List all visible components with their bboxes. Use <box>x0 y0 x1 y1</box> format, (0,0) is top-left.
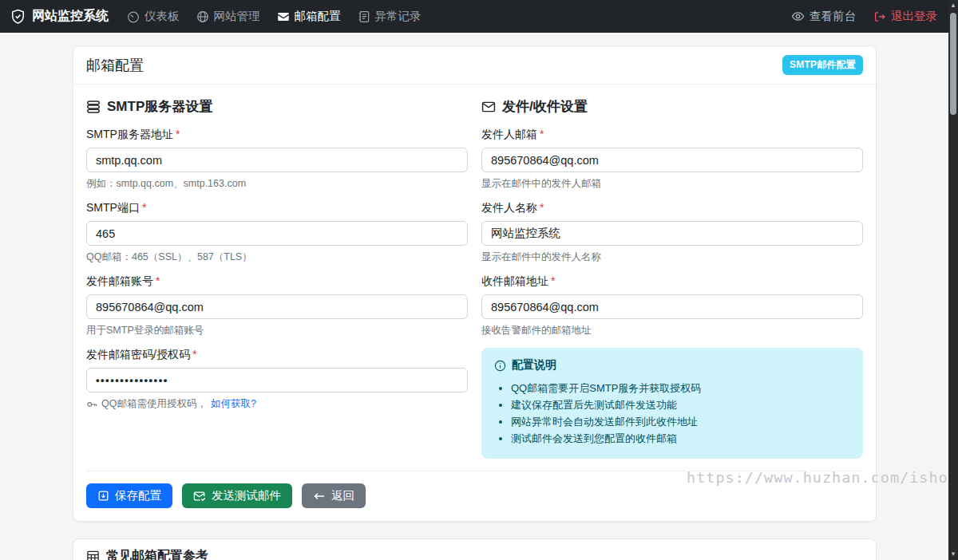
window-scrollbar[interactable]: ▲ ▼ <box>948 0 958 560</box>
from-name-input[interactable] <box>481 221 863 246</box>
field-smtp-port: SMTP端口* QQ邮箱：465（SSL）、587（TLS） <box>86 201 468 264</box>
logout-icon <box>873 10 886 23</box>
required-asterisk: * <box>176 128 180 140</box>
config-notes-alert: 配置说明 QQ邮箱需要开启SMTP服务并获取授权码 建议保存配置后先测试邮件发送… <box>481 348 863 459</box>
back-button[interactable]: 返回 <box>302 483 366 508</box>
nav-item-label: 邮箱配置 <box>295 9 341 24</box>
config-note: 建议保存配置后先测试邮件发送功能 <box>511 396 850 413</box>
required-asterisk: * <box>142 201 146 214</box>
field-helper: 接收告警邮件的邮箱地址 <box>481 324 863 337</box>
to-email-input[interactable] <box>481 294 863 319</box>
field-label: SMTP服务器地址* <box>86 128 468 142</box>
field-helper: 显示在邮件中的发件人名称 <box>481 250 863 264</box>
required-asterisk: * <box>540 128 544 140</box>
smtp-config-badge: SMTP邮件配置 <box>782 55 863 75</box>
send-test-email-button[interactable]: 发送测试邮件 <box>182 483 292 508</box>
scrollbar-up-arrow[interactable]: ▲ <box>948 1 958 10</box>
top-navbar: 网站监控系统 仪表板 网站管理 <box>0 0 958 33</box>
envelope-icon <box>277 10 290 23</box>
field-sender-account: 发件邮箱账号* 用于SMTP登录的邮箱账号 <box>86 274 468 337</box>
field-label: 收件邮箱地址* <box>481 274 863 289</box>
actions-divider <box>86 471 863 471</box>
email-config-card-header: 邮箱配置 SMTP邮件配置 <box>73 46 876 85</box>
main-container: 邮箱配置 SMTP邮件配置 SMTP服务器设置 <box>73 45 877 560</box>
nav-links: 仪表板 网站管理 邮箱配置 <box>127 9 422 24</box>
nav-item-label: 网站管理 <box>214 9 260 24</box>
brand[interactable]: 网站监控系统 <box>10 8 109 25</box>
scrollbar-down-arrow[interactable]: ▼ <box>948 550 958 559</box>
globe-icon <box>196 10 209 23</box>
nav-right: 查看前台 退出登录 <box>791 9 939 24</box>
mail-settings-column: 发件/收件设置 发件人邮箱* 显示在邮件中的发件人邮箱 发件人名称* 显示在邮件… <box>481 96 863 459</box>
table-icon <box>86 550 100 560</box>
nav-item-dashboard[interactable]: 仪表板 <box>127 9 180 24</box>
how-to-get-link[interactable]: 如何获取? <box>211 397 256 411</box>
field-label: 发件邮箱账号* <box>86 274 468 289</box>
nav-item-label: 仪表板 <box>144 9 180 24</box>
email-config-card-body: SMTP服务器设置 SMTP服务器地址* 例如：smtp.qq.com、smtp… <box>73 85 876 521</box>
key-icon <box>86 399 97 410</box>
email-reference-card: 常见邮箱配置参考 邮箱服务商 SMTP服务器 SSL端口 说明 <box>73 538 877 560</box>
scrollbar-thumb[interactable] <box>950 13 956 115</box>
config-note: 网站异常时会自动发送邮件到此收件地址 <box>511 413 850 430</box>
smtp-settings-column: SMTP服务器设置 SMTP服务器地址* 例如：smtp.qq.com、smtp… <box>86 96 468 459</box>
config-note: QQ邮箱需要开启SMTP服务并获取授权码 <box>511 380 850 396</box>
server-icon <box>86 100 101 114</box>
reference-card-header: 常见邮箱配置参考 <box>73 539 876 560</box>
required-asterisk: * <box>192 348 196 361</box>
envelope-check-icon <box>193 490 206 503</box>
sender-account-input[interactable] <box>86 294 468 319</box>
nav-item-label: 异常记录 <box>375 9 422 24</box>
field-helper: 显示在邮件中的发件人邮箱 <box>481 177 863 191</box>
field-label: 发件人名称* <box>481 201 863 215</box>
mail-section-title: 发件/收件设置 <box>481 97 863 116</box>
config-note: 测试邮件会发送到您配置的收件邮箱 <box>511 430 850 447</box>
nav-item-sites[interactable]: 网站管理 <box>196 9 260 24</box>
field-smtp-server: SMTP服务器地址* 例如：smtp.qq.com、smtp.163.com <box>86 128 468 191</box>
from-email-input[interactable] <box>481 148 863 172</box>
field-helper: QQ邮箱需使用授权码， 如何获取? <box>86 397 468 411</box>
smtp-port-input[interactable] <box>86 221 468 246</box>
logout-link[interactable]: 退出登录 <box>873 9 937 24</box>
logout-label: 退出登录 <box>891 9 937 24</box>
view-frontend-label: 查看前台 <box>810 9 856 24</box>
field-helper: 用于SMTP登录的邮箱账号 <box>86 324 468 337</box>
config-notes-title: 配置说明 <box>494 358 850 373</box>
required-asterisk: * <box>540 201 544 214</box>
page-title: 邮箱配置 <box>86 56 144 75</box>
shield-check-icon <box>10 9 26 24</box>
sender-password-input[interactable] <box>86 368 468 392</box>
required-asterisk: * <box>551 274 555 287</box>
nav-item-email-config[interactable]: 邮箱配置 <box>277 9 341 24</box>
field-to-email: 收件邮箱地址* 接收告警邮件的邮箱地址 <box>481 274 863 337</box>
field-from-name: 发件人名称* 显示在邮件中的发件人名称 <box>481 201 863 264</box>
config-notes-list: QQ邮箱需要开启SMTP服务并获取授权码 建议保存配置后先测试邮件发送功能 网站… <box>494 380 850 447</box>
envelope-outline-icon <box>481 100 496 114</box>
actions-row: 保存配置 发送测试邮件 <box>86 483 863 508</box>
nav-item-exceptions[interactable]: 异常记录 <box>358 9 422 24</box>
journal-icon <box>358 10 370 23</box>
save-icon <box>97 490 109 502</box>
save-config-button[interactable]: 保存配置 <box>86 483 172 508</box>
required-asterisk: * <box>156 274 160 287</box>
arrow-left-icon <box>313 490 326 503</box>
field-helper: QQ邮箱：465（SSL）、587（TLS） <box>86 250 468 264</box>
smtp-section-title: SMTP服务器设置 <box>86 97 468 116</box>
brand-label: 网站监控系统 <box>32 8 109 25</box>
field-from-email: 发件人邮箱* 显示在邮件中的发件人邮箱 <box>481 128 863 191</box>
field-label: 发件人邮箱* <box>481 128 863 142</box>
field-sender-password: 发件邮箱密码/授权码* QQ邮箱需使用授权码， 如何获取? <box>86 348 468 411</box>
field-label: 发件邮箱密码/授权码* <box>86 348 468 362</box>
smtp-server-input[interactable] <box>86 148 468 172</box>
info-circle-icon <box>494 360 506 372</box>
field-label: SMTP端口* <box>86 201 468 215</box>
view-frontend-link[interactable]: 查看前台 <box>791 9 856 24</box>
speedometer-icon <box>127 10 140 23</box>
eye-icon <box>791 10 805 23</box>
field-helper: 例如：smtp.qq.com、smtp.163.com <box>86 177 468 191</box>
email-config-card: 邮箱配置 SMTP邮件配置 SMTP服务器设置 <box>73 45 877 522</box>
